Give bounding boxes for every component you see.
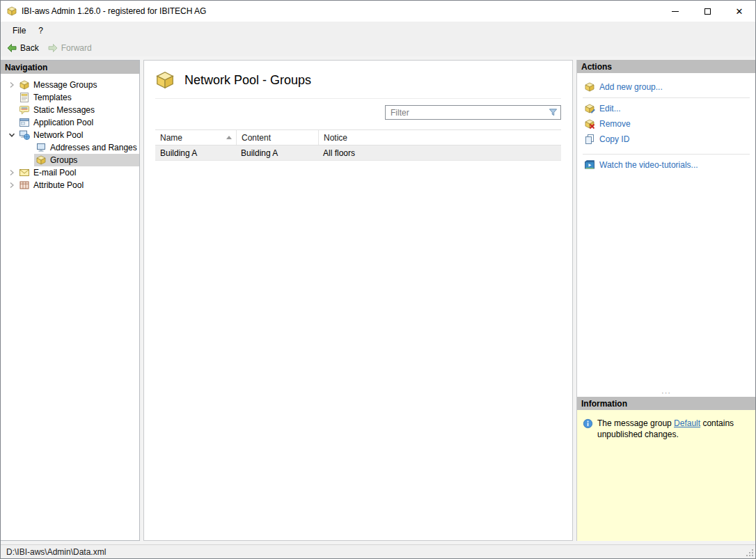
column-header-name[interactable]: Name <box>155 130 236 145</box>
add-new-group-link[interactable]: Add new group... <box>577 79 755 95</box>
maximize-button[interactable] <box>691 1 723 22</box>
chevron-right-icon[interactable] <box>6 180 17 191</box>
attribute-pool-icon <box>19 180 30 191</box>
information-header: Information <box>577 397 755 410</box>
info-text-before: The message group <box>597 418 674 428</box>
nav-item-addresses-and-ranges[interactable]: Addresses and Ranges <box>1 141 139 154</box>
nav-item-message-groups[interactable]: Message Groups <box>1 79 139 91</box>
nav-item-label: E-mail Pool <box>33 168 76 178</box>
nav-item-label: Templates <box>33 93 72 102</box>
actions-gap <box>577 147 755 151</box>
back-arrow-icon <box>6 42 17 54</box>
actions-list: Add new group... Edit... Remove Copy ID <box>577 73 755 388</box>
page-title: Network Pool - Groups <box>184 73 311 88</box>
filter-input[interactable] <box>386 106 560 119</box>
chevron-spacer <box>6 104 17 116</box>
cell-name: Building A <box>155 148 236 158</box>
actions-separator <box>583 97 750 98</box>
message-groups-icon <box>19 79 30 90</box>
close-icon: ✕ <box>736 7 743 16</box>
action-label: Watch the video-tutorials... <box>599 160 698 170</box>
templates-icon <box>19 92 30 103</box>
remove-link[interactable]: Remove <box>577 116 755 132</box>
table-row[interactable]: Building A Building A All floors <box>155 145 561 161</box>
action-label: Remove <box>599 119 631 129</box>
static-messages-icon <box>19 104 30 116</box>
back-label: Back <box>20 43 39 53</box>
nav-item-label: Static Messages <box>33 105 95 115</box>
app-window: IBI-aws Admin 1.26.0 - registered for IB… <box>0 0 756 559</box>
sort-ascending-icon <box>226 136 232 139</box>
network-pool-icon <box>19 129 30 141</box>
nav-item-label: Message Groups <box>33 80 97 90</box>
nav-item-templates[interactable]: Templates <box>1 91 139 104</box>
nav-item-network-pool[interactable]: Network Pool <box>1 129 139 141</box>
status-path: D:\IBI-aws\Admin\Data.xml <box>6 547 106 557</box>
nav-item-label: Network Pool <box>33 130 83 140</box>
default-group-link[interactable]: Default <box>674 418 700 428</box>
filter-funnel-icon[interactable] <box>548 107 558 118</box>
action-label: Add new group... <box>599 82 663 92</box>
nav-item-label: Addresses and Ranges <box>50 143 137 152</box>
forward-button[interactable]: Forward <box>47 42 92 54</box>
panel-splitter[interactable]: ··· <box>577 388 755 397</box>
resize-grip-icon[interactable] <box>746 549 754 557</box>
nav-toolbar: Back Forward <box>1 40 755 56</box>
email-pool-icon <box>19 167 30 178</box>
chevron-spacer <box>23 142 34 153</box>
copy-id-link[interactable]: Copy ID <box>577 132 755 147</box>
navigation-panel: Navigation Message Groups Templates Stat… <box>1 60 140 541</box>
edit-link[interactable]: Edit... <box>577 101 755 116</box>
nav-item-label: Attribute Pool <box>33 180 84 190</box>
information-message: The message group Default contains unpub… <box>597 418 747 535</box>
column-header-content[interactable]: Content <box>236 130 318 145</box>
menu-file[interactable]: File <box>6 23 32 38</box>
column-label: Notice <box>324 133 347 143</box>
nav-item-application-pool[interactable]: Application Pool <box>1 116 139 129</box>
navigation-tree: Message Groups Templates Static Messages… <box>1 74 139 540</box>
nav-item-label: Groups <box>50 155 77 165</box>
nav-item-attribute-pool[interactable]: Attribute Pool <box>1 179 139 191</box>
right-panel: Actions Add new group... Edit... Remove <box>576 60 755 541</box>
application-pool-icon <box>19 117 30 128</box>
nav-item-groups[interactable]: Groups <box>1 154 139 166</box>
main-area: Navigation Message Groups Templates Stat… <box>1 56 755 544</box>
chevron-spacer <box>6 117 17 128</box>
remove-group-icon <box>584 118 595 129</box>
group-box-icon <box>155 70 175 90</box>
window-title: IBI-aws Admin 1.26.0 - registered for IB… <box>22 6 206 16</box>
close-button[interactable]: ✕ <box>723 1 755 22</box>
add-group-icon <box>584 81 595 93</box>
chevron-right-icon[interactable] <box>6 79 17 90</box>
video-tutorials-icon <box>584 159 595 171</box>
chevron-right-icon[interactable] <box>6 167 17 178</box>
title-bar: IBI-aws Admin 1.26.0 - registered for IB… <box>1 1 755 22</box>
nav-item-email-pool[interactable]: E-mail Pool <box>1 166 139 179</box>
content-panel: Network Pool - Groups Name <box>143 60 573 541</box>
filter-band <box>155 98 561 125</box>
back-button[interactable]: Back <box>6 42 39 54</box>
info-icon <box>583 418 593 429</box>
column-label: Content <box>242 133 271 143</box>
chevron-down-icon[interactable] <box>6 129 17 141</box>
edit-group-icon <box>584 103 595 114</box>
column-label: Name <box>160 133 182 143</box>
groups-icon <box>36 155 47 166</box>
video-tutorials-link[interactable]: Watch the video-tutorials... <box>577 157 755 173</box>
minimize-icon <box>672 11 679 12</box>
table-header: Name Content Notice <box>155 129 561 145</box>
information-panel: Information The message group Default co… <box>577 397 755 541</box>
actions-separator <box>583 154 750 155</box>
nav-item-label: Application Pool <box>33 118 93 127</box>
column-header-notice[interactable]: Notice <box>318 130 561 145</box>
action-label: Edit... <box>599 104 621 113</box>
cell-content: Building A <box>236 148 318 158</box>
app-icon <box>6 6 17 17</box>
cell-notice: All floors <box>318 148 561 158</box>
addresses-icon <box>36 142 47 153</box>
minimize-button[interactable] <box>659 1 691 22</box>
menu-help[interactable]: ? <box>32 23 49 38</box>
actions-header: Actions <box>577 60 755 73</box>
nav-item-static-messages[interactable]: Static Messages <box>1 104 139 116</box>
groups-table: Name Content Notice Building A Building … <box>155 129 561 161</box>
